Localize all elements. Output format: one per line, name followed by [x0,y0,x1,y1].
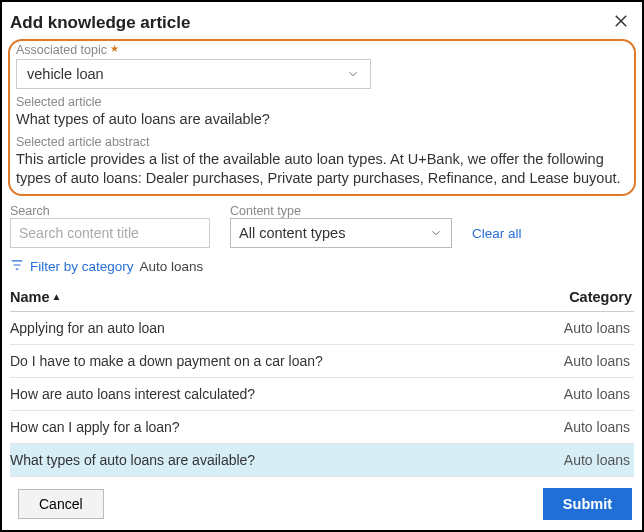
selected-abstract-label: Selected article abstract [16,135,628,149]
cell-category: Auto loans [564,452,630,468]
associated-topic-highlight: Associated topic ★ vehicle loan Selected… [8,39,636,196]
search-column: Search [10,204,210,248]
filter-icon[interactable] [10,258,24,275]
cell-category: Auto loans [564,386,630,402]
required-star-icon: ★ [107,43,119,54]
content-type-value: All content types [239,225,345,241]
associated-topic-label: Associated topic ★ [16,43,628,57]
cell-name: How can I apply for a loan? [10,419,180,435]
associated-topic-select[interactable]: vehicle loan [16,59,371,89]
content-type-label: Content type [230,204,452,218]
modal-title: Add knowledge article [10,13,190,33]
table-row[interactable]: How are auto loans interest calculated? … [10,378,634,411]
table-row[interactable]: Applying for an auto loan Auto loans [10,312,634,345]
selected-article-value: What types of auto loans are available? [16,110,628,129]
table-header: Name▲ Category [10,283,634,312]
search-label: Search [10,204,210,218]
clear-all-link[interactable]: Clear all [472,226,522,241]
table-row[interactable]: Do I have to make a down payment on a ca… [10,345,634,378]
modal-footer: Cancel Submit [2,478,642,530]
cell-name: Applying for an auto loan [10,320,165,336]
col-header-name[interactable]: Name▲ [10,289,61,305]
cell-name: Do I have to make a down payment on a ca… [10,353,323,369]
filter-by-category-link[interactable]: Filter by category [30,259,134,274]
add-knowledge-modal: Add knowledge article Associated topic ★… [0,0,644,532]
associated-topic-value: vehicle loan [27,66,104,82]
cancel-button[interactable]: Cancel [18,489,104,519]
cell-category: Auto loans [564,419,630,435]
selected-abstract-value: This article provides a list of the avai… [16,150,628,188]
filter-category-value: Auto loans [140,259,204,274]
search-input[interactable] [10,218,210,248]
content-type-column: Content type All content types [230,204,452,248]
cell-name: How are auto loans interest calculated? [10,386,255,402]
modal-header: Add knowledge article [2,2,642,39]
selected-article-label: Selected article [16,95,628,109]
filter-by-category-row: Filter by category Auto loans [2,248,642,283]
table-row[interactable]: What types of auto loans are available? … [10,444,634,477]
close-icon[interactable] [612,12,630,33]
submit-button[interactable]: Submit [543,488,632,520]
cell-category: Auto loans [564,320,630,336]
content-type-select[interactable]: All content types [230,218,452,248]
table-row[interactable]: How can I apply for a loan? Auto loans [10,411,634,444]
filters-row: Search Content type All content types Cl… [2,202,642,248]
cell-category: Auto loans [564,353,630,369]
cell-name: What types of auto loans are available? [10,452,255,468]
chevron-down-icon [429,226,443,240]
results-table: Name▲ Category Applying for an auto loan… [2,283,642,478]
col-header-category[interactable]: Category [569,289,632,305]
chevron-down-icon [346,67,360,81]
sort-asc-icon: ▲ [52,291,62,302]
